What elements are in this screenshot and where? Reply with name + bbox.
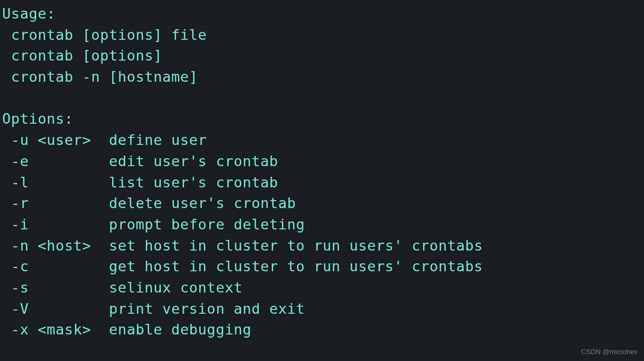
option-line: -V print version and exit xyxy=(2,300,305,317)
option-line: -c get host in cluster to run users' cro… xyxy=(2,258,483,274)
option-line: -x <mask> enable debugging xyxy=(2,321,251,338)
usage-line: crontab -n [hostname] xyxy=(2,68,198,85)
terminal-output: Usage: crontab [options] file crontab [o… xyxy=(2,3,642,340)
usage-line: crontab [options] file xyxy=(2,27,207,43)
option-line: -i prompt before deleting xyxy=(2,216,305,233)
watermark: CSDN @microhex xyxy=(581,347,638,357)
usage-header: Usage: xyxy=(2,5,56,22)
usage-line: crontab [options] xyxy=(2,47,163,64)
option-line: -u <user> define user xyxy=(2,132,207,148)
option-line: -r delete user's crontab xyxy=(2,195,296,211)
option-line: -s selinux context xyxy=(2,279,242,296)
option-line: -n <host> set host in cluster to run use… xyxy=(2,237,483,254)
option-line: -e edit user's crontab xyxy=(2,153,278,169)
options-header: Options: xyxy=(2,110,73,127)
option-line: -l list user's crontab xyxy=(2,174,278,191)
